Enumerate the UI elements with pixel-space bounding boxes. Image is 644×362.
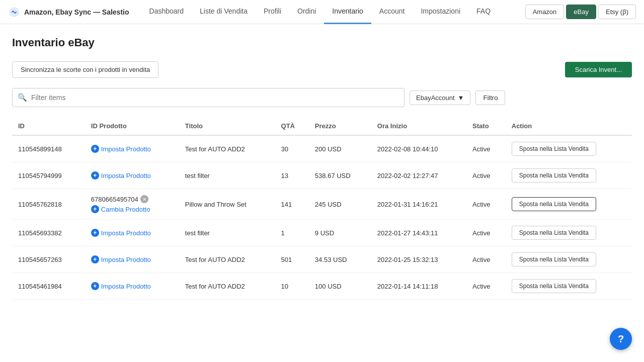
cell-action: Sposta nella Lista Vendita xyxy=(506,246,632,273)
cell-id: 110545899148 xyxy=(12,135,85,162)
top-bar: Amazon, Ebay Sync — Salestio Dashboard L… xyxy=(0,0,644,24)
plus-icon: + xyxy=(91,255,99,263)
platform-buttons: Amazon eBay Etsy (β) xyxy=(525,5,636,19)
nav-liste[interactable]: Liste di Vendita xyxy=(192,0,256,24)
sposta-button[interactable]: Sposta nella Lista Vendita xyxy=(512,279,596,293)
cell-id: 110545762818 xyxy=(12,189,85,220)
cell-action: Sposta nella Lista Vendita xyxy=(506,273,632,300)
nav-impostazioni[interactable]: Impostazioni xyxy=(413,0,468,24)
sposta-button[interactable]: Sposta nella Lista Vendita xyxy=(512,142,596,156)
help-button[interactable]: ? xyxy=(610,328,632,350)
col-qty: QTÀ xyxy=(275,117,309,135)
cell-id: 110545461984 xyxy=(12,273,85,300)
col-stato: Stato xyxy=(466,117,506,135)
search-icon: 🔍 xyxy=(18,93,27,102)
cell-action: Sposta nella Lista Vendita xyxy=(506,220,632,246)
set-product-link[interactable]: +Imposta Prodotto xyxy=(91,229,173,237)
col-product-id: ID Prodotto xyxy=(85,117,179,135)
sposta-button[interactable]: Sposta nella Lista Vendita xyxy=(512,168,596,183)
app-title: Amazon, Ebay Sync — Salestio xyxy=(24,8,129,16)
cell-start-time: 2022-02-02 12:27:47 xyxy=(371,162,466,189)
cell-start-time: 2022-02-08 10:44:10 xyxy=(371,135,466,162)
cell-title: test filter xyxy=(179,162,275,189)
plus-icon: + xyxy=(91,229,99,237)
table-row: 110545461984+Imposta ProdottoTest for AU… xyxy=(12,273,632,300)
set-product-link[interactable]: +Imposta Prodotto xyxy=(91,282,173,290)
cell-product-id: +Imposta Prodotto xyxy=(85,162,179,189)
cell-title: Pillow and Throw Set xyxy=(179,189,275,220)
nav-dashboard[interactable]: Dashboard xyxy=(141,0,192,24)
page-title: Inventario eBay xyxy=(12,36,632,49)
action-bar: Sincronizza le scorte con i prodotti in … xyxy=(12,61,632,78)
nav-account[interactable]: Account xyxy=(371,0,413,24)
sposta-button[interactable]: Sposta nella Lista Vendita xyxy=(512,226,596,240)
cell-product-id: 6780665495704✕+Cambia Prodotto xyxy=(85,189,179,220)
cell-status: Active xyxy=(466,162,506,189)
cell-id: 110545693382 xyxy=(12,220,85,246)
product-id-display: 6780665495704✕ xyxy=(91,195,173,203)
chevron-down-icon: ▼ xyxy=(458,94,464,102)
set-product-link[interactable]: +Imposta Prodotto xyxy=(91,171,173,179)
cell-id: 110545657263 xyxy=(12,246,85,273)
ebay-button[interactable]: eBay xyxy=(566,5,596,19)
col-id: ID xyxy=(12,117,85,135)
cell-qty: 10 xyxy=(275,273,309,300)
cell-action: Sposta nella Lista Vendita xyxy=(506,189,632,220)
cell-qty: 141 xyxy=(275,189,309,220)
set-product-link[interactable]: +Imposta Prodotto xyxy=(91,255,173,263)
cell-product-id: +Imposta Prodotto xyxy=(85,220,179,246)
page-content: Inventario eBay Sincronizza le scorte co… xyxy=(0,24,644,362)
filtro-button[interactable]: Filtro xyxy=(475,90,505,105)
cell-action: Sposta nella Lista Vendita xyxy=(506,162,632,189)
sposta-button[interactable]: Sposta nella Lista Vendita xyxy=(512,252,596,266)
plus-icon: + xyxy=(91,171,99,179)
cell-product-id: +Imposta Prodotto xyxy=(85,135,179,162)
set-product-link[interactable]: +Imposta Prodotto xyxy=(91,145,173,153)
cell-status: Active xyxy=(466,220,506,246)
download-button[interactable]: Scarica Invent... xyxy=(565,62,632,77)
cell-title: Test for AUTO ADD2 xyxy=(179,273,275,300)
table-row: 1105457628186780665495704✕+Cambia Prodot… xyxy=(12,189,632,220)
cell-price: 9 USD xyxy=(309,220,371,246)
cell-status: Active xyxy=(466,189,506,220)
change-product-link[interactable]: +Cambia Prodotto xyxy=(91,205,173,213)
table-row: 110545693382+Imposta Prodottotest filter… xyxy=(12,220,632,246)
search-wrap: 🔍 xyxy=(12,88,405,107)
cell-status: Active xyxy=(466,273,506,300)
nav-inventario[interactable]: Inventario xyxy=(324,0,371,24)
cell-title: test filter xyxy=(179,220,275,246)
col-titolo: Titolo xyxy=(179,117,275,135)
col-ora-inizio: Ora Inizio xyxy=(371,117,466,135)
remove-product-button[interactable]: ✕ xyxy=(140,195,148,203)
cell-price: 34.53 USD xyxy=(309,246,371,273)
cell-title: Test for AUTO ADD2 xyxy=(179,135,275,162)
table-header-row: ID ID Prodotto Titolo QTÀ Prezzo Ora Ini… xyxy=(12,117,632,135)
search-input[interactable] xyxy=(31,94,399,102)
inventory-table: ID ID Prodotto Titolo QTÀ Prezzo Ora Ini… xyxy=(12,117,632,300)
cell-price: 100 USD xyxy=(309,273,371,300)
account-dropdown[interactable]: EbayAccount ▼ xyxy=(410,90,470,105)
app-logo: Amazon, Ebay Sync — Salestio xyxy=(8,6,129,18)
cell-product-id: +Imposta Prodotto xyxy=(85,273,179,300)
cell-start-time: 2022-01-31 14:16:21 xyxy=(371,189,466,220)
sposta-button[interactable]: Sposta nella Lista Vendita xyxy=(512,197,596,211)
cell-action: Sposta nella Lista Vendita xyxy=(506,135,632,162)
cell-start-time: 2022-01-14 14:11:18 xyxy=(371,273,466,300)
nav-ordini[interactable]: Ordini xyxy=(289,0,324,24)
nav-profili[interactable]: Profili xyxy=(256,0,289,24)
filter-bar: 🔍 EbayAccount ▼ Filtro xyxy=(12,88,632,107)
etsy-button[interactable]: Etsy (β) xyxy=(598,5,636,19)
cell-price: 538.67 USD xyxy=(309,162,371,189)
cell-start-time: 2022-01-27 14:43:11 xyxy=(371,220,466,246)
cell-status: Active xyxy=(466,246,506,273)
product-id-value: 6780665495704 xyxy=(91,196,138,203)
cell-qty: 1 xyxy=(275,220,309,246)
col-prezzo: Prezzo xyxy=(309,117,371,135)
cell-title: Test for AUTO ADD2 xyxy=(179,246,275,273)
plus-icon: + xyxy=(91,205,99,213)
amazon-button[interactable]: Amazon xyxy=(525,5,565,19)
account-dropdown-label: EbayAccount xyxy=(416,94,455,102)
nav-faq[interactable]: FAQ xyxy=(468,0,499,24)
logo-icon xyxy=(8,6,20,18)
sync-button[interactable]: Sincronizza le scorte con i prodotti in … xyxy=(12,61,158,78)
